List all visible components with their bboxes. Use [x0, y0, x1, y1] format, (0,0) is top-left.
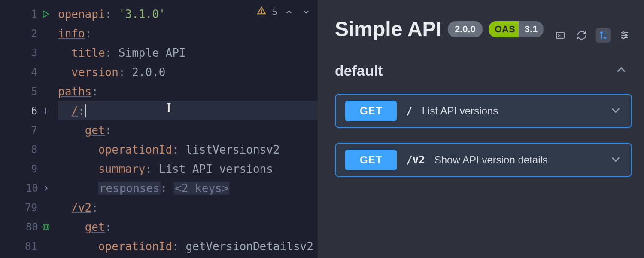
oas-badge: OAS 3.1: [489, 21, 544, 37]
code-line[interactable]: paths:: [58, 82, 318, 101]
warning-count[interactable]: 5: [272, 6, 277, 18]
toolbar: [553, 28, 632, 43]
refresh-icon[interactable]: [574, 28, 589, 43]
gutter-line[interactable]: 1: [0, 4, 58, 24]
editor-code-area[interactable]: I openapi: '3.1.0'info: title: Simple AP…: [58, 0, 318, 258]
section-header[interactable]: default: [335, 62, 632, 79]
chevron-up-icon[interactable]: [615, 64, 628, 78]
oas-label: OAS: [489, 21, 521, 37]
chevron-down-icon[interactable]: [610, 104, 622, 118]
prev-issue-button[interactable]: [283, 6, 295, 18]
gutter-line[interactable]: 4: [0, 62, 58, 82]
api-title: Simple API: [335, 17, 442, 41]
caret: [85, 104, 86, 117]
gutter-line[interactable]: 80: [0, 217, 58, 236]
globe-icon[interactable]: [42, 223, 50, 231]
code-editor-pane: 1234567891079808182 I openapi: '3.1.0'in…: [0, 0, 318, 258]
code-line[interactable]: /v2:: [58, 198, 318, 217]
endpoint-path: /v2: [406, 154, 425, 166]
gutter-line[interactable]: 8: [0, 140, 58, 159]
editor-gutter: 1234567891079808182: [0, 0, 58, 258]
code-line[interactable]: /:: [58, 101, 318, 120]
oas-version: 3.1: [519, 21, 544, 37]
swagger-preview-pane: Simple API 2.0.0 OAS 3.1 default GET / L…: [318, 0, 644, 258]
editor-status-bar: 5: [257, 6, 312, 18]
run-icon[interactable]: [41, 9, 50, 19]
settings-icon[interactable]: [617, 28, 632, 43]
http-method-badge: GET: [345, 150, 397, 170]
code-line[interactable]: operationId: getVersionDetailsv2: [58, 236, 318, 256]
code-line[interactable]: title: Simple API: [58, 43, 318, 62]
chevron-down-icon[interactable]: [610, 153, 622, 167]
code-line[interactable]: version: 2.0.0: [58, 62, 318, 82]
svg-marker-0: [43, 11, 49, 17]
code-line[interactable]: operationId: listVersionsv2: [58, 140, 318, 159]
endpoint-row[interactable]: GET /v2 Show API version details: [335, 143, 632, 177]
code-line[interactable]: summary: Show API version detail: [58, 256, 318, 258]
sync-scroll-icon[interactable]: [596, 28, 611, 43]
gutter-line[interactable]: 7: [0, 120, 58, 140]
endpoint-summary: Show API version details: [434, 154, 600, 166]
plus-icon[interactable]: [41, 106, 50, 116]
gutter-line[interactable]: 9: [0, 159, 58, 178]
gutter-line[interactable]: 82: [0, 256, 58, 258]
terminal-icon[interactable]: [553, 28, 568, 43]
endpoint-summary: List API versions: [422, 105, 600, 117]
code-line[interactable]: summary: List API versions: [58, 159, 318, 178]
gutter-line[interactable]: 79: [0, 198, 58, 217]
code-line[interactable]: get:: [58, 217, 318, 236]
gutter-line[interactable]: 2: [0, 24, 58, 43]
version-badge: 2.0.0: [448, 21, 483, 37]
gutter-line[interactable]: 81: [0, 236, 58, 256]
endpoint-path: /: [406, 105, 412, 117]
code-line[interactable]: info:: [58, 24, 318, 43]
gutter-line[interactable]: 3: [0, 43, 58, 62]
next-issue-button[interactable]: [301, 6, 312, 18]
svg-point-7: [261, 12, 262, 13]
svg-point-13: [623, 32, 624, 34]
svg-point-15: [623, 37, 624, 39]
svg-point-14: [625, 34, 627, 36]
http-method-badge: GET: [345, 101, 397, 121]
code-line[interactable]: get:: [58, 120, 318, 140]
code-line[interactable]: responses: <2 keys>: [58, 178, 318, 198]
fold-icon[interactable]: [42, 184, 50, 193]
endpoint-row[interactable]: GET / List API versions: [335, 94, 632, 128]
gutter-line[interactable]: 6: [0, 101, 58, 120]
section-title: default: [335, 62, 383, 79]
gutter-line[interactable]: 5: [0, 82, 58, 101]
warning-icon[interactable]: [257, 6, 266, 18]
gutter-line[interactable]: 10: [0, 178, 58, 198]
